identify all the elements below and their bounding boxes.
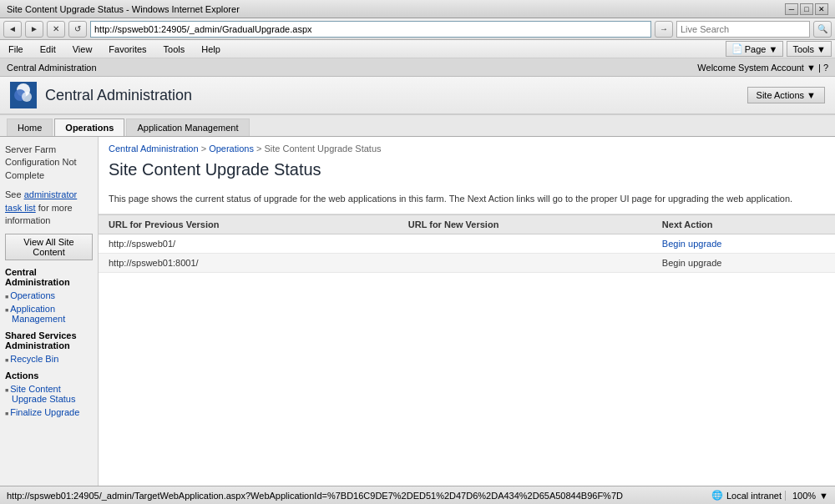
col-header-new-url: URL for New Version — [398, 215, 652, 234]
row2-next-action: Begin upgrade — [652, 254, 835, 273]
search-input[interactable] — [681, 24, 806, 34]
browser-toolbar: ◄ ► ✕ ↺ → 🔍 — [0, 18, 835, 40]
table-row: http://spsweb01:8001/ Begin upgrade — [99, 254, 835, 273]
menu-tools[interactable]: Tools — [159, 43, 190, 56]
row1-begin-upgrade-link[interactable]: Begin upgrade — [662, 239, 722, 249]
row1-new-url — [398, 234, 652, 254]
address-bar[interactable] — [90, 21, 651, 38]
welcome-dropdown[interactable]: ▼ — [807, 63, 816, 73]
browser-title: Site Content Upgrade Status - Windows In… — [7, 4, 785, 14]
close-btn[interactable]: ✕ — [815, 3, 828, 15]
central-admin-section-title: Central Administration — [5, 267, 93, 287]
browser-title-bar: Site Content Upgrade Status - Windows In… — [0, 0, 835, 18]
tab-application-management[interactable]: Application Management — [126, 118, 249, 136]
actions-section-title: Actions — [5, 370, 93, 381]
page-title: Site Content Upgrade Status — [99, 157, 835, 188]
table-row: http://spsweb01/ Begin upgrade — [99, 234, 835, 254]
row1-next-action: Begin upgrade — [652, 234, 835, 254]
welcome-text: Welcome System Account ▼ | ? — [697, 63, 828, 73]
sp-header: Central Administration Site Actions ▼ — [0, 77, 835, 115]
back-btn[interactable]: ◄ — [3, 21, 22, 38]
page-menu: 📄 Page ▼ Tools ▼ — [726, 41, 832, 57]
breadcrumb-central-admin[interactable]: Central Administration — [109, 144, 199, 154]
sp-content: Central Administration > Operations > Si… — [99, 137, 835, 486]
menu-help[interactable]: Help — [196, 43, 225, 56]
site-actions-btn[interactable]: Site Actions ▼ — [747, 87, 825, 103]
sidebar-link-site-content-upgrade[interactable]: Site Content Upgrade Status — [5, 384, 93, 404]
tab-home[interactable]: Home — [7, 118, 53, 136]
menu-file[interactable]: File — [3, 43, 28, 56]
breadcrumb-operations[interactable]: Operations — [209, 144, 254, 154]
statusbar-url: http://spsweb01:24905/_admin/TargetWebAp… — [7, 491, 711, 501]
sp-site-title: Central Administration — [45, 87, 192, 104]
sp-logo-icon — [12, 82, 35, 109]
statusbar-zone-label: Local intranet — [726, 491, 782, 501]
content-description: This page shows the current status of up… — [99, 188, 835, 214]
row2-prev-url: http://spsweb01:8001/ — [99, 254, 398, 273]
tab-operations[interactable]: Operations — [54, 118, 124, 136]
help-icon[interactable]: ? — [823, 63, 828, 73]
browser-menubar: File Edit View Favorites Tools Help 📄 Pa… — [0, 40, 835, 58]
row1-prev-url: http://spsweb01/ — [99, 234, 398, 254]
window-controls[interactable]: ─ □ ✕ — [785, 3, 828, 15]
menu-edit[interactable]: Edit — [35, 43, 61, 56]
menu-favorites[interactable]: Favorites — [104, 43, 151, 56]
site-actions-label: Site Actions ▼ — [757, 90, 816, 100]
page-menu-btn[interactable]: 📄 Page ▼ — [726, 41, 784, 57]
tools-menu-btn[interactable]: Tools ▼ — [787, 41, 832, 57]
menu-view[interactable]: View — [68, 43, 98, 56]
page-menu-icon: 📄 — [731, 43, 743, 54]
sidebar-link-operations[interactable]: Operations — [5, 290, 93, 300]
upgrade-table: URL for Previous Version URL for New Ver… — [99, 214, 835, 273]
row2-new-url — [398, 254, 652, 273]
statusbar-zone-icon: 🌐 — [711, 490, 723, 501]
sp-sidebar: Server Farm Configuration Not Complete S… — [0, 137, 99, 486]
col-header-prev-url: URL for Previous Version — [99, 215, 398, 234]
address-input[interactable] — [94, 24, 647, 34]
shared-services-section-title: Shared Services Administration — [5, 330, 93, 350]
sidebar-link-recycle-bin[interactable]: Recycle Bin — [5, 354, 93, 364]
refresh-btn[interactable]: ↺ — [68, 21, 87, 38]
minimize-btn[interactable]: ─ — [785, 3, 798, 15]
sp-nav: Home Operations Application Management — [0, 115, 835, 137]
go-btn[interactable]: → — [655, 21, 673, 38]
stop-btn[interactable]: ✕ — [47, 21, 65, 38]
farm-config-status: Server Farm Configuration Not Complete — [5, 144, 93, 182]
breadcrumb-current: Site Content Upgrade Status — [265, 144, 382, 154]
tools-menu-label: Tools ▼ — [792, 44, 826, 54]
sp-main: Server Farm Configuration Not Complete S… — [0, 137, 835, 486]
col-header-next-action: Next Action — [652, 215, 835, 234]
svg-point-2 — [22, 92, 32, 102]
sp-top-bar: Central Administration Welcome System Ac… — [0, 58, 835, 77]
search-bar[interactable] — [676, 21, 810, 38]
page-menu-label: Page ▼ — [745, 44, 778, 54]
statusbar-zoom: 100% — [785, 491, 816, 501]
browser-statusbar: http://spsweb01:24905/_admin/TargetWebAp… — [0, 486, 835, 504]
sidebar-link-finalize-upgrade[interactable]: Finalize Upgrade — [5, 407, 93, 417]
sp-logo — [10, 82, 37, 108]
sp-top-site-name: Central Administration — [7, 63, 697, 73]
statusbar-zoom-icon[interactable]: ▼ — [819, 491, 828, 501]
statusbar-zone: 🌐 Local intranet 100% ▼ — [711, 490, 828, 501]
admin-task-info: See administrator task list for more inf… — [5, 189, 93, 227]
forward-btn[interactable]: ► — [25, 21, 43, 38]
sidebar-link-application-management[interactable]: Application Management — [5, 304, 93, 324]
view-all-site-content-btn[interactable]: View All Site Content — [5, 234, 93, 260]
breadcrumb: Central Administration > Operations > Si… — [99, 137, 835, 157]
restore-btn[interactable]: □ — [800, 3, 813, 15]
search-btn[interactable]: 🔍 — [813, 21, 832, 38]
